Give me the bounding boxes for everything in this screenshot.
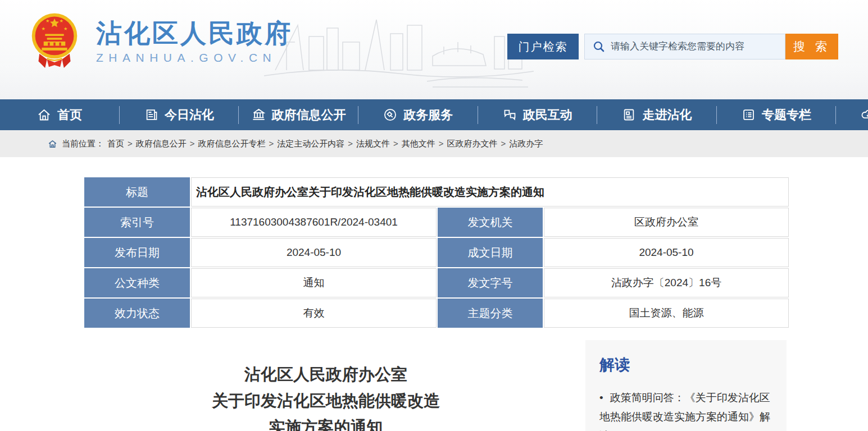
- search-submit-button[interactable]: 搜 索: [785, 34, 838, 59]
- document-title-line1: 沾化区人民政府办公室: [84, 361, 567, 388]
- nav-item-interaction[interactable]: 政民互动: [478, 99, 597, 130]
- bank-icon: [251, 107, 266, 122]
- svg-text:★: ★: [59, 18, 63, 24]
- news-icon: [144, 107, 159, 122]
- document-title-line3: 实施方案的通知: [84, 414, 567, 431]
- breadcrumb-label: 当前位置：: [62, 139, 104, 149]
- list-icon: [741, 107, 756, 122]
- breadcrumb: 当前位置： 首页 政府信息公开 政府信息公开专栏 法定主动公开内容 法规文件 其…: [0, 130, 868, 157]
- document-title-line2: 关于印发沾化区地热能供暖改造: [84, 388, 567, 414]
- search-box: [584, 34, 785, 59]
- service-hands-icon: [383, 107, 398, 122]
- breadcrumb-home-icon: [48, 139, 57, 149]
- document-title: 沾化区人民政府办公室 关于印发沾化区地热能供暖改造 实施方案的通知: [84, 361, 567, 431]
- nav-item-home[interactable]: 首页: [0, 99, 119, 130]
- interpretation-link[interactable]: 政策简明问答：《关于印发沾化区地热能供暖改造实施方案的通知》解读: [599, 388, 772, 431]
- breadcrumb-item-gov-office-files[interactable]: 区政府办文件: [447, 139, 510, 149]
- search-icon: [593, 40, 605, 53]
- meta-value-title: 沾化区人民政府办公室关于印发沾化区地热能供暖改造实施方案的通知: [191, 177, 789, 207]
- nav-item-open-data[interactable]: 数据开放: [836, 99, 868, 130]
- document-body-column: 沾化区人民政府办公室 关于印发沾化区地热能供暖改造 实施方案的通知: [84, 340, 567, 431]
- site-domain: ZHANHUA.GOV.CN: [96, 51, 293, 65]
- meta-label-issuing-agency: 发文机关: [438, 208, 543, 237]
- svg-text:★: ★: [46, 18, 50, 24]
- meta-value-doc-type: 通知: [191, 268, 437, 297]
- nav-item-services[interactable]: 政务服务: [358, 99, 478, 130]
- svg-text:★: ★: [42, 26, 46, 31]
- site-name: 沾化区人民政府: [96, 19, 293, 48]
- meta-label-doc-type: 公文种类: [84, 268, 190, 297]
- svg-text:★: ★: [63, 26, 68, 31]
- breadcrumb-item-info-column[interactable]: 政府信息公开专栏: [198, 139, 278, 149]
- chat-icon: [502, 107, 517, 122]
- meta-label-subject-category: 主题分类: [438, 299, 543, 328]
- interpretation-panel: 解读 政策简明问答：《关于印发沾化区地热能供暖改造实施方案的通知》解读: [585, 340, 787, 431]
- meta-value-issuing-agency: 区政府办公室: [544, 208, 789, 237]
- breadcrumb-item-other-files[interactable]: 其他文件: [402, 139, 447, 149]
- document-icon: [621, 107, 637, 122]
- document-meta-table: 标题 沾化区人民政府办公室关于印发沾化区地热能供暖改造实施方案的通知 索引号 1…: [84, 177, 787, 328]
- main-navigation: 首页 今日沾化 政府信息公开 政务服务 政民互动 走进沾化 专题: [0, 99, 868, 130]
- meta-label-publish-date: 发布日期: [84, 238, 190, 267]
- meta-value-validity: 有效: [191, 299, 437, 328]
- nav-item-info-disclosure[interactable]: 政府信息公开: [239, 99, 358, 130]
- nav-item-about[interactable]: 走进沾化: [597, 99, 716, 130]
- city-sketch-watermark: [264, 3, 534, 95]
- site-logo[interactable]: ★ ★ ★ ★ 沾化区人民政府 ZHANHUA.GOV.CN: [31, 12, 293, 71]
- meta-label-title: 标题: [84, 177, 190, 207]
- national-emblem-icon: ★ ★ ★ ★: [31, 12, 78, 71]
- portal-search-button[interactable]: 门户检索: [507, 34, 579, 59]
- breadcrumb-item-current[interactable]: 沾政办字: [509, 139, 543, 149]
- meta-label-validity: 效力状态: [84, 299, 190, 328]
- cloud-download-icon: [861, 107, 868, 122]
- breadcrumb-item-statutory[interactable]: 法定主动公开内容: [277, 139, 356, 149]
- meta-value-doc-number: 沾政办字〔2024〕16号: [544, 268, 789, 297]
- meta-value-subject-category: 国土资源、能源: [544, 299, 789, 328]
- meta-value-publish-date: 2024-05-10: [191, 238, 437, 267]
- meta-label-written-date: 成文日期: [438, 238, 543, 267]
- main-content: 标题 沾化区人民政府办公室关于印发沾化区地热能供暖改造实施方案的通知 索引号 1…: [0, 157, 868, 431]
- search-input[interactable]: [611, 41, 779, 52]
- meta-value-index-no: 11371603004387601R/2024-03401: [191, 208, 437, 237]
- interpretation-heading: 解读: [599, 355, 772, 375]
- meta-label-index-no: 索引号: [84, 208, 190, 237]
- breadcrumb-item-regulations[interactable]: 法规文件: [356, 139, 402, 149]
- site-header: ★ ★ ★ ★ 沾化区人民政府 ZHANHUA.GOV.CN 门户检索: [0, 0, 868, 99]
- breadcrumb-item-home[interactable]: 首页: [107, 139, 136, 149]
- nav-item-today[interactable]: 今日沾化: [120, 99, 239, 130]
- meta-value-written-date: 2024-05-10: [544, 238, 789, 267]
- meta-label-doc-number: 发文字号: [438, 268, 543, 297]
- breadcrumb-item-info[interactable]: 政府信息公开: [136, 139, 198, 149]
- nav-item-topics[interactable]: 专题专栏: [717, 99, 836, 130]
- home-icon: [37, 107, 52, 122]
